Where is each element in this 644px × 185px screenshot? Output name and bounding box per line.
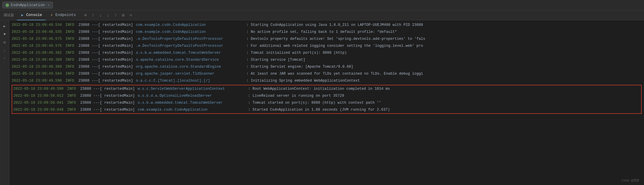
sidebar-icon-stop[interactable]: ■ (1, 31, 8, 38)
log-thread: [ restartedMain] (98, 78, 136, 84)
log-class: o.a.c.c.C.[Tomcat].[localhost].[/] (136, 78, 247, 84)
log-line: 2022-05-18 23:09:48.576 INFO 23888 --- [… (9, 42, 644, 49)
log-level: INFO (65, 50, 79, 56)
watermark: CSDN @博梦 (621, 178, 639, 183)
log-pid: 23888 --- (80, 100, 100, 106)
log-message: : Root WebApplicationContext: initializa… (248, 86, 640, 92)
log-level: INFO (67, 107, 80, 113)
log-class: org.apache.jasper.servlet.TldScanner (136, 71, 247, 77)
log-line: 2022-05-18 23:09:49.584 INFO 23888 --- [… (9, 70, 644, 77)
log-timestamp: 2022-05-18 23:09:49.382 (12, 50, 65, 56)
log-line-highlighted: 2022-05-18 23:09:49.590 INFO 23888 --- [… (12, 85, 641, 92)
sidebar-icon-up-arrow[interactable]: ↑ (1, 55, 8, 62)
tab-endpoints-label: Endpoints (56, 13, 76, 17)
log-message: : Tomcat initialized with port(s): 8080 … (247, 50, 642, 56)
log-line: 2022-05-18 23:09:48.535 INFO 23888 --- [… (9, 28, 644, 35)
log-pid: 23888 --- (79, 78, 98, 84)
sidebar-icon-down-arrow[interactable]: ↓ (1, 47, 8, 54)
toolbar-icon-down[interactable]: ↓ (97, 12, 104, 19)
log-timestamp: 2022-05-18 23:09:50.012 (13, 93, 67, 99)
log-thread: [ restartedMain] (100, 86, 138, 92)
log-class: o.s.b.w.embedded.tomcat.TomcatWebServer (138, 100, 248, 106)
log-message: : Devtools property defaults active! Set… (247, 36, 642, 42)
sidebar-icon-box[interactable]: ⊡ (1, 39, 8, 46)
log-message: : Initializing Spring embedded WebApplic… (247, 78, 642, 84)
log-pid: 23888 --- (80, 107, 100, 113)
log-message: : At least one JAR was scanned for TLDs … (247, 71, 642, 77)
highlighted-log-group: 2022-05-18 23:09:49.590 INFO 23888 --- [… (12, 85, 642, 114)
toolbar-icons: ≡ ↑ ↓ ↓ ↑ ⊡ ≈ (82, 12, 134, 19)
log-level: INFO (65, 78, 79, 84)
log-timestamp: 2022-05-18 23:09:48.576 (12, 43, 65, 49)
app-status-dot (6, 3, 9, 7)
log-line: 2022-05-18 23:09:49.389 INFO 23888 --- [… (9, 63, 644, 70)
log-class: com.example.csdn.CsdnApplication (136, 22, 247, 28)
log-timestamp: 2022-05-18 23:09:48.575 (12, 36, 65, 42)
log-level: INFO (65, 43, 79, 49)
sidebar-icon-play[interactable]: ▶ (1, 23, 8, 30)
log-level: INFO (67, 100, 80, 106)
console-area: 2022-05-18 23:09:48.534 INFO 23888 --- [… (9, 20, 644, 185)
log-timestamp: 2022-05-18 23:09:49.590 (13, 86, 67, 92)
log-timestamp: 2022-05-18 23:09:49.389 (12, 57, 65, 63)
log-thread: [ restartedMain] (98, 22, 136, 28)
log-line-highlighted: 2022-05-18 23:09:50.041 INFO 23888 --- [… (12, 99, 641, 106)
log-pid: 23888 --- (79, 43, 98, 49)
log-level: INFO (65, 71, 79, 77)
toolbar-icon-up[interactable]: ↑ (90, 12, 96, 19)
log-pid: 23888 --- (80, 93, 100, 99)
log-line: 2022-05-18 23:09:48.575 INFO 23888 --- [… (9, 35, 644, 42)
tab-bar: 调试器 ▶ Console ⚡ Endpoints ≡ ↑ ↓ ↓ ↑ ⊡ ≈ (0, 10, 644, 20)
log-level: INFO (67, 93, 80, 99)
toolbar-icon-filter[interactable]: ≈ (128, 12, 134, 19)
log-timestamp: 2022-05-18 23:09:50.041 (13, 100, 67, 106)
endpoints-icon: ⚡ (50, 13, 54, 17)
log-class: o.apache.catalina.core.StandardService (136, 57, 247, 63)
log-pid: 23888 --- (79, 50, 98, 56)
tab-console[interactable]: ▶ Console (17, 10, 46, 20)
log-level: INFO (65, 64, 79, 70)
log-timestamp: 2022-05-18 23:09:48.535 (12, 29, 65, 35)
log-line: 2022-05-18 23:09:49.389 INFO 23888 --- [… (9, 56, 644, 63)
log-class: org.apache.catalina.core.StandardEngine (136, 64, 247, 70)
app-tab[interactable]: CsdnApplication × (2, 2, 53, 8)
log-line: 2022-05-18 23:09:48.534 INFO 23888 --- [… (9, 21, 644, 28)
log-line: 2022-05-18 23:09:49.382 INFO 23888 --- [… (9, 49, 644, 56)
log-pid: 23888 --- (79, 22, 98, 28)
toolbar-icon-grid[interactable]: ⊡ (120, 12, 126, 19)
log-class: com.example.csdn.CsdnApplication (138, 107, 248, 113)
app-tab-close[interactable]: × (48, 3, 50, 7)
log-class: w.s.c.ServletWebServerApplicationContext (138, 86, 248, 92)
log-level: INFO (65, 29, 79, 35)
log-timestamp: 2022-05-18 23:09:49.590 (12, 78, 65, 84)
log-thread: [ restartedMain] (98, 64, 136, 70)
log-thread: [ restartedMain] (100, 93, 138, 99)
log-pid: 23888 --- (79, 36, 98, 42)
log-line-highlighted: 2022-05-18 23:09:50.048 INFO 23888 --- [… (12, 106, 641, 113)
log-level: INFO (67, 86, 80, 92)
left-sidebar: ▶ ■ ⊡ ↓ ↑ (0, 20, 9, 185)
log-thread: [ restartedMain] (98, 36, 136, 42)
log-pid: 23888 --- (80, 86, 100, 92)
log-message: : Starting CsdnApplication using Java 1.… (247, 22, 642, 28)
console-icon: ▶ (20, 13, 24, 17)
tab-endpoints[interactable]: ⚡ Endpoints (46, 10, 79, 20)
toolbar-icon-down-alt[interactable]: ↓ (105, 12, 111, 19)
log-class: o.s.b.w.embedded.tomcat.TomcatWebServer (136, 50, 247, 56)
toolbar-icon-up-alt[interactable]: ↑ (113, 12, 119, 19)
log-thread: [ restartedMain] (98, 57, 136, 63)
log-level: INFO (65, 22, 79, 28)
log-class: .e.DevToolsPropertyDefaultsPostProcessor (136, 36, 247, 42)
app-tab-bar: CsdnApplication × (0, 0, 644, 10)
log-message: : Started CsdnApplication in 1.88 second… (248, 107, 640, 113)
app-tab-name: CsdnApplication (11, 3, 45, 7)
log-message: : Tomcat started on port(s): 8080 (http)… (248, 100, 640, 106)
toolbar-icon-menu[interactable]: ≡ (82, 12, 89, 19)
log-class: .e.DevToolsPropertyDefaultsPostProcessor (136, 43, 247, 49)
log-message: : Starting service [Tomcat] (247, 57, 642, 63)
log-thread: [ restartedMain] (98, 43, 136, 49)
main-layout: ▶ ■ ⊡ ↓ ↑ 2022-05-18 23:09:48.534 INFO 2… (0, 20, 644, 185)
log-pid: 23888 --- (79, 29, 98, 35)
log-level: INFO (65, 36, 79, 42)
log-thread: [ restartedMain] (100, 107, 138, 113)
